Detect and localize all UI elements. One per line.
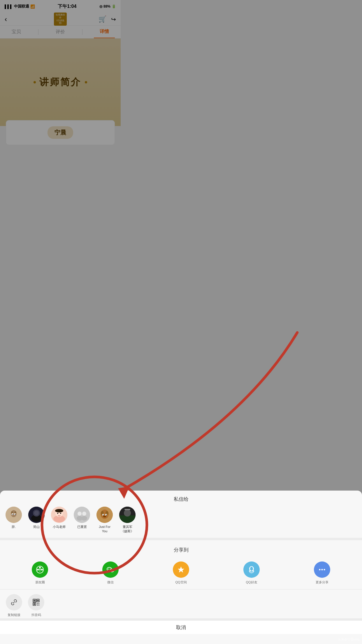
- dim-overlay: [0, 0, 121, 215]
